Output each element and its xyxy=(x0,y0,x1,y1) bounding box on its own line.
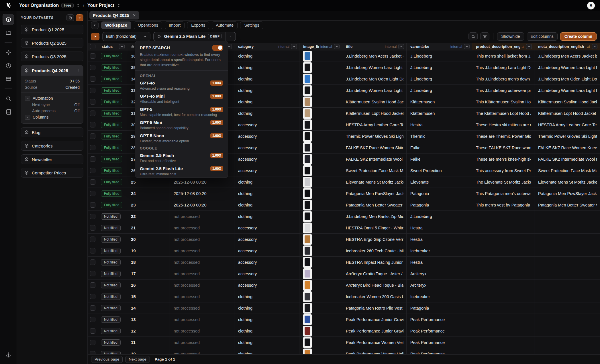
dataset-item[interactable]: Products Q2 2025 xyxy=(21,38,83,48)
dataset-item-active[interactable]: Products Q4 2025 xyxy=(21,65,83,76)
create-column-button[interactable]: Create column xyxy=(560,32,597,41)
org-name[interactable]: Your Organisation xyxy=(19,3,59,8)
model-option[interactable]: GPT-4o1.00XAdvanced vision and reasoning xyxy=(140,80,223,91)
nav-settings[interactable]: Settings xyxy=(240,21,263,29)
row-checkbox[interactable] xyxy=(90,294,95,299)
column-header-meta_description_english[interactable]: meta_description_englishai xyxy=(534,43,600,50)
model-option[interactable]: GPT-4o Mini1.00XAffordable and intellige… xyxy=(140,94,223,104)
kebab-menu-icon[interactable] xyxy=(76,69,80,72)
row-checkbox[interactable] xyxy=(90,88,95,93)
select-all-checkbox[interactable] xyxy=(90,44,95,49)
column-menu-button[interactable] xyxy=(464,44,470,49)
rail-support-button[interactable] xyxy=(3,349,14,361)
tab-products-q4[interactable]: Products Q4 2025 xyxy=(89,11,139,19)
nav-operations[interactable]: Operations xyxy=(134,21,162,29)
rail-billing-button[interactable] xyxy=(3,73,14,84)
nav-exports[interactable]: Exports xyxy=(187,21,209,29)
column-header-title[interactable]: titleinternal xyxy=(342,43,407,50)
row-checkbox[interactable] xyxy=(90,76,95,82)
model-option[interactable]: Gemini 2.5 Flash1.00XFast and cost-effec… xyxy=(140,153,223,163)
org-switcher-icon[interactable] xyxy=(76,3,80,7)
model-option[interactable]: GPT-51.00XMost capable model, best for c… xyxy=(140,107,223,117)
row-checkbox[interactable] xyxy=(90,305,95,311)
back-button[interactable] xyxy=(91,21,99,29)
rail-settings-button[interactable] xyxy=(3,47,14,58)
row-checkbox[interactable] xyxy=(90,156,95,162)
previous-page-button[interactable]: Previous page xyxy=(91,356,123,363)
column-menu-button[interactable] xyxy=(334,44,340,49)
row-checkbox[interactable] xyxy=(90,133,95,139)
column-header-category[interactable]: categoryinternal xyxy=(234,43,299,50)
dataset-item[interactable]: Competitor Prices xyxy=(21,168,83,178)
model-option[interactable]: GPT-5 Nano1.00XFastest, most affordable … xyxy=(140,133,223,143)
row-checkbox[interactable] xyxy=(90,99,95,105)
nav-automate[interactable]: Automate xyxy=(212,21,238,29)
rail-datasets-button[interactable] xyxy=(3,14,14,25)
automation-section-toggle[interactable]: Automation xyxy=(25,95,80,102)
column-header-image_link[interactable]: image_linkinternal xyxy=(299,43,342,50)
avatar[interactable]: R xyxy=(587,2,595,9)
filter-button[interactable] xyxy=(480,32,489,40)
model-select-chevron[interactable] xyxy=(226,32,236,41)
dataset-item-label: Products Q2 2025 xyxy=(32,41,66,46)
dataset-item[interactable]: Product Q1 2025 xyxy=(21,25,83,34)
column-header-status[interactable]: status xyxy=(98,43,127,50)
dataset-card-body: Status 9 / 36 Source Created Automation … xyxy=(21,76,83,123)
row-checkbox[interactable] xyxy=(90,65,95,70)
run-mode-value[interactable]: Both (horizontal) xyxy=(103,32,140,41)
model-option[interactable]: GPT-5 Mini1.00XBalanced speed and capabi… xyxy=(140,120,223,130)
row-checkbox[interactable] xyxy=(90,259,95,265)
search-button[interactable] xyxy=(468,32,478,40)
row-checkbox[interactable] xyxy=(90,179,95,185)
row-checkbox[interactable] xyxy=(90,122,95,127)
dataset-item[interactable]: Products Q3 2025 xyxy=(21,52,83,61)
deep-search-toggle[interactable] xyxy=(212,45,223,51)
columns-section-toggle[interactable]: Columns xyxy=(25,114,80,121)
model-option[interactable]: Gemini 2.5 Flash Lite1.00XUltra-fast, mi… xyxy=(140,166,223,176)
row-checkbox[interactable] xyxy=(90,168,95,173)
rail-files-button[interactable] xyxy=(3,27,14,38)
row-checkbox[interactable] xyxy=(90,271,95,276)
row-checkbox[interactable] xyxy=(90,202,95,208)
row-checkbox[interactable] xyxy=(90,225,95,231)
project-name[interactable]: Your Project xyxy=(87,3,114,8)
add-dataset-button[interactable] xyxy=(76,14,83,21)
dataset-item[interactable]: Categories xyxy=(21,141,83,151)
next-page-button[interactable]: Next page xyxy=(125,356,150,363)
column-menu-button[interactable] xyxy=(592,44,597,49)
column-menu-button[interactable] xyxy=(291,44,297,49)
rail-history-button[interactable] xyxy=(3,60,14,71)
row-checkbox[interactable] xyxy=(90,340,95,345)
run-mode-chevron[interactable] xyxy=(140,32,150,41)
row-checkbox[interactable] xyxy=(90,282,95,288)
row-checkbox[interactable] xyxy=(90,145,95,150)
column-menu-button[interactable] xyxy=(398,44,404,49)
row-checkbox[interactable] xyxy=(90,111,95,116)
app-logo[interactable] xyxy=(0,2,17,9)
edit-columns-button[interactable]: Edit columns xyxy=(527,32,558,41)
column-menu-button[interactable] xyxy=(119,44,125,49)
column-header-varumärke[interactable]: varumärkeinternal xyxy=(407,43,472,50)
dataset-item[interactable]: Blog xyxy=(21,127,83,137)
row-checkbox[interactable] xyxy=(90,317,95,322)
rail-search-button[interactable] xyxy=(3,93,14,104)
close-tab-icon[interactable] xyxy=(133,14,136,17)
duplicate-dataset-button[interactable] xyxy=(66,14,74,21)
meta-description-cell-text: Klättermusen Lopt Hood Jacket Wo… xyxy=(538,111,597,116)
nav-workspace[interactable]: Workspace xyxy=(101,21,131,29)
column-header-product_description_english[interactable]: product_description_englishai xyxy=(472,43,534,50)
rail-docs-button[interactable] xyxy=(3,106,14,117)
column-menu-button[interactable] xyxy=(526,44,532,49)
model-select-value[interactable]: Gemini 2.5 Flash Lite DEEP xyxy=(154,32,225,41)
dataset-item[interactable]: Newsletter xyxy=(21,154,83,164)
row-checkbox[interactable] xyxy=(90,328,95,334)
row-checkbox[interactable] xyxy=(90,53,95,59)
show-hide-button[interactable]: Show/hide xyxy=(497,32,524,41)
project-switcher-icon[interactable] xyxy=(117,3,121,7)
row-checkbox[interactable] xyxy=(90,248,95,253)
run-button[interactable] xyxy=(91,33,99,40)
row-checkbox[interactable] xyxy=(90,191,95,196)
row-checkbox[interactable] xyxy=(90,214,95,219)
row-checkbox[interactable] xyxy=(90,237,95,242)
nav-import[interactable]: Import xyxy=(165,21,185,29)
